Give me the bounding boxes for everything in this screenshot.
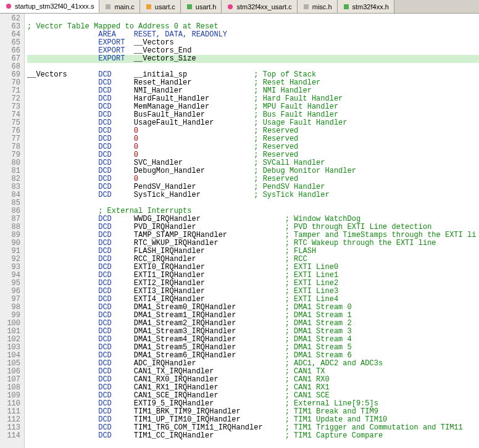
code-token: TIM1_TRG_COM_TIM11_IRQHandler bbox=[112, 423, 285, 432]
code-token: DCD bbox=[98, 415, 112, 424]
code-token bbox=[27, 383, 98, 392]
code-token: HardFault_Handler bbox=[112, 94, 254, 103]
code-token: ; PendSV Handler bbox=[254, 183, 325, 191]
tab-main-c[interactable]: main.c bbox=[99, 0, 140, 13]
tab-label: usart.c bbox=[155, 3, 175, 10]
code-token: DCD bbox=[98, 239, 112, 247]
tab-startup-stm32f40-41xxx-s[interactable]: startup_stm32f40_41xxx.s bbox=[0, 0, 99, 13]
code-token: ; RTC Wakeup through the EXTI line bbox=[285, 239, 436, 247]
tab-stm32f4xx-usart-c[interactable]: stm32f4xx_usart.c bbox=[222, 0, 297, 13]
code-token: ; Tamper and TimeStamps through the EXTI… bbox=[285, 231, 477, 239]
code-token bbox=[138, 175, 254, 183]
code-token: CAN1_SCE_IRQHandler bbox=[112, 391, 285, 400]
tab-usart-c[interactable]: usart.c bbox=[140, 0, 181, 13]
code-token: ; MPU Fault Handler bbox=[254, 102, 338, 111]
code-token: AREA RESET, DATA, bbox=[27, 30, 191, 39]
code-token: EXPORT bbox=[27, 38, 134, 47]
code-token: __Vectors bbox=[27, 70, 98, 79]
code-token: ; Hard Fault Handler bbox=[254, 94, 343, 103]
code-token: ; ADC1, ADC2 and ADC3s bbox=[285, 359, 383, 368]
code-area[interactable]: ; Vector Table Mapped to Address 0 at Re… bbox=[25, 14, 479, 448]
code-token: DCD bbox=[98, 423, 112, 432]
code-token: DCD bbox=[98, 175, 112, 183]
code-token: ; SVCall Handler bbox=[254, 159, 325, 167]
file-icon bbox=[104, 3, 112, 10]
code-token bbox=[27, 86, 98, 95]
code-token bbox=[27, 423, 98, 432]
code-token bbox=[27, 263, 98, 272]
code-token: DCD bbox=[98, 183, 112, 191]
code-token bbox=[27, 231, 98, 239]
code-token: CAN1_RX1_IRQHandler bbox=[112, 383, 285, 392]
code-token: DCD bbox=[98, 295, 112, 304]
code-token: ; DMA1 Stream 6 bbox=[285, 351, 352, 360]
code-token: ; EXTI Line0 bbox=[285, 263, 338, 272]
code-token: PVD_IRQHandler bbox=[112, 223, 285, 231]
code-token: DCD bbox=[98, 311, 112, 320]
code-token: 0 bbox=[134, 143, 138, 151]
code-token: DCD bbox=[98, 327, 112, 336]
svg-point-0 bbox=[6, 4, 11, 9]
code-token: RCC_IRQHandler bbox=[112, 255, 285, 263]
tab-label: startup_stm32f40_41xxx.s bbox=[15, 2, 94, 10]
code-token bbox=[27, 159, 98, 167]
code-line[interactable]: DCD SysTick_Handler ; SysTick Handler bbox=[27, 191, 479, 199]
code-token: EXTI9_5_IRQHandler bbox=[112, 399, 285, 408]
code-token bbox=[27, 407, 98, 416]
code-token: ; Bus Fault Handler bbox=[254, 110, 338, 119]
code-line[interactable]: EXPORT __Vectors_Size bbox=[27, 55, 479, 63]
code-token bbox=[27, 151, 98, 159]
code-token: EXPORT bbox=[27, 46, 134, 55]
code-token: UsageFault_Handler bbox=[112, 118, 254, 127]
code-token bbox=[27, 311, 98, 320]
code-token: DCD bbox=[98, 359, 112, 368]
svg-point-4 bbox=[228, 4, 233, 9]
tab-label: stm32f4xx_usart.c bbox=[236, 3, 291, 10]
file-icon bbox=[5, 2, 12, 10]
code-token: DCD bbox=[98, 215, 112, 223]
code-token bbox=[27, 102, 98, 111]
code-token bbox=[138, 143, 254, 151]
code-token: ; Reserved bbox=[254, 135, 298, 143]
code-line[interactable]: DCD TIM1_CC_IRQHandler ; TIM1 Capture Co… bbox=[27, 432, 479, 440]
code-token: ; Reserved bbox=[254, 151, 298, 159]
code-token: DCD bbox=[98, 287, 112, 296]
code-token: DCD bbox=[98, 279, 112, 288]
code-token bbox=[27, 239, 98, 247]
code-token: ; Usage Fault Handler bbox=[254, 118, 347, 127]
code-token: DMA1_Stream5_IRQHandler bbox=[112, 343, 285, 352]
code-token: EXTI0_IRQHandler bbox=[112, 263, 285, 272]
code-token: DMA1_Stream3_IRQHandler bbox=[112, 327, 285, 336]
code-token: DCD bbox=[98, 367, 112, 376]
svg-rect-2 bbox=[146, 4, 151, 9]
code-token bbox=[27, 343, 98, 352]
code-token: ; Vector Table Mapped to Address 0 at Re… bbox=[27, 22, 219, 31]
code-token bbox=[27, 191, 98, 199]
tab-label: main.c bbox=[114, 3, 134, 10]
code-token: DCD bbox=[98, 319, 112, 328]
tab-label: misc.h bbox=[312, 3, 332, 10]
code-token: Reset_Handler bbox=[112, 78, 254, 87]
code-token: 0 bbox=[134, 127, 138, 135]
code-token: ; Reserved bbox=[254, 143, 298, 151]
tab-stm32f4xx-h[interactable]: stm32f4xx.h bbox=[338, 0, 394, 13]
code-token: NMI_Handler bbox=[112, 86, 254, 95]
code-token bbox=[27, 94, 98, 103]
code-token: ; DMA1 Stream 3 bbox=[285, 327, 352, 336]
code-token: EXPORT bbox=[27, 54, 134, 63]
code-token: DCD bbox=[98, 127, 112, 135]
code-token bbox=[27, 367, 98, 376]
tab-usart-h[interactable]: usart.h bbox=[181, 0, 222, 13]
code-token bbox=[27, 319, 98, 328]
code-token bbox=[112, 127, 134, 135]
code-token bbox=[27, 127, 98, 135]
code-editor[interactable]: 6263646566676869707172737475767778798081… bbox=[0, 14, 479, 448]
code-token: ; External Line[9:5]s bbox=[285, 399, 378, 408]
code-token: ; CAN1 RX1 bbox=[285, 383, 330, 392]
code-token: ; EXTI Line3 bbox=[285, 287, 338, 296]
code-token: SysTick_Handler bbox=[112, 191, 254, 199]
code-token bbox=[112, 175, 134, 183]
tab-misc-h[interactable]: misc.h bbox=[298, 0, 338, 13]
code-token: DCD bbox=[98, 247, 112, 255]
code-token: SVC_Handler bbox=[112, 159, 254, 167]
